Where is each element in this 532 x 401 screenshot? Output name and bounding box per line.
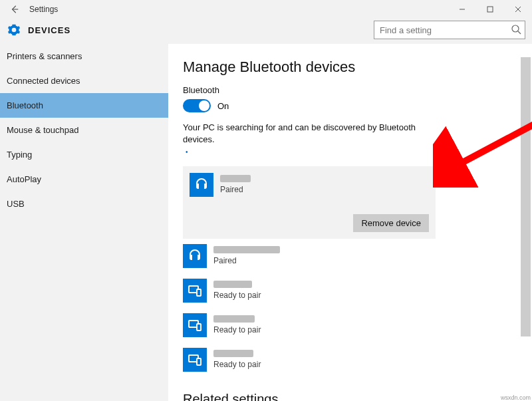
maximize-button[interactable]	[476, 0, 504, 19]
device-card-selected[interactable]: Paired Remove device	[183, 166, 436, 239]
svg-rect-3	[197, 289, 201, 296]
titlebar: Settings	[0, 0, 532, 19]
back-button[interactable]	[5, 0, 24, 19]
toggle-label: Bluetooth	[183, 85, 532, 95]
device-status: Ready to pair	[213, 360, 261, 369]
searching-spinner: •	[186, 148, 532, 156]
device-status: Paired	[213, 256, 280, 265]
sidebar-item-printers[interactable]: Printers & scanners	[0, 44, 168, 68]
device-status: Ready to pair	[213, 325, 261, 334]
device-item[interactable]: Ready to pair	[183, 308, 436, 342]
status-text: Your PC is searching for and can be disc…	[183, 122, 436, 146]
device-name	[213, 348, 261, 358]
headset-icon	[183, 244, 207, 268]
content-pane: Manage Bluetooth devices Bluetooth On Yo…	[168, 44, 532, 401]
device-item[interactable]: Ready to pair	[183, 342, 436, 377]
watermark: wsxdn.com	[501, 394, 531, 401]
category-title: DEVICES	[28, 25, 70, 35]
device-name	[213, 279, 261, 289]
svg-rect-0	[487, 7, 493, 12]
minimize-button[interactable]	[448, 0, 476, 19]
monitor-phone-icon	[183, 279, 207, 303]
device-status: Paired	[220, 185, 251, 194]
svg-rect-7	[197, 358, 201, 365]
monitor-phone-icon	[183, 348, 207, 372]
device-item[interactable]: Paired	[183, 239, 436, 273]
bluetooth-toggle[interactable]	[183, 99, 211, 112]
related-heading: Related settings	[183, 392, 532, 401]
svg-point-1	[512, 25, 519, 32]
device-status: Ready to pair	[213, 291, 261, 300]
device-name	[213, 244, 280, 255]
svg-rect-5	[197, 324, 201, 331]
sidebar-item-mouse-touchpad[interactable]: Mouse & touchpad	[0, 118, 168, 142]
device-name	[213, 313, 261, 324]
sidebar-item-autoplay[interactable]: AutoPlay	[0, 167, 168, 192]
page-heading: Manage Bluetooth devices	[183, 59, 532, 76]
search-input[interactable]	[374, 21, 525, 39]
category-header: DEVICES	[0, 19, 532, 44]
monitor-phone-icon	[183, 313, 207, 337]
sidebar-item-typing[interactable]: Typing	[0, 142, 168, 167]
search-icon	[511, 24, 521, 37]
headset-icon	[190, 173, 213, 197]
device-item[interactable]: Ready to pair	[183, 273, 436, 308]
scrollbar-thumb[interactable]	[521, 57, 531, 336]
annotation-arrow	[433, 108, 532, 188]
window-title: Settings	[29, 5, 58, 14]
sidebar-item-bluetooth[interactable]: Bluetooth	[0, 93, 168, 118]
sidebar-item-connected-devices[interactable]: Connected devices	[0, 68, 168, 93]
sidebar-item-usb[interactable]: USB	[0, 192, 168, 216]
sidebar: Printers & scanners Connected devices Bl…	[0, 44, 168, 401]
gear-icon[interactable]	[7, 23, 21, 37]
remove-device-button[interactable]: Remove device	[353, 214, 429, 232]
toggle-state: On	[217, 101, 229, 111]
close-button[interactable]	[504, 0, 532, 19]
device-name	[220, 173, 251, 184]
